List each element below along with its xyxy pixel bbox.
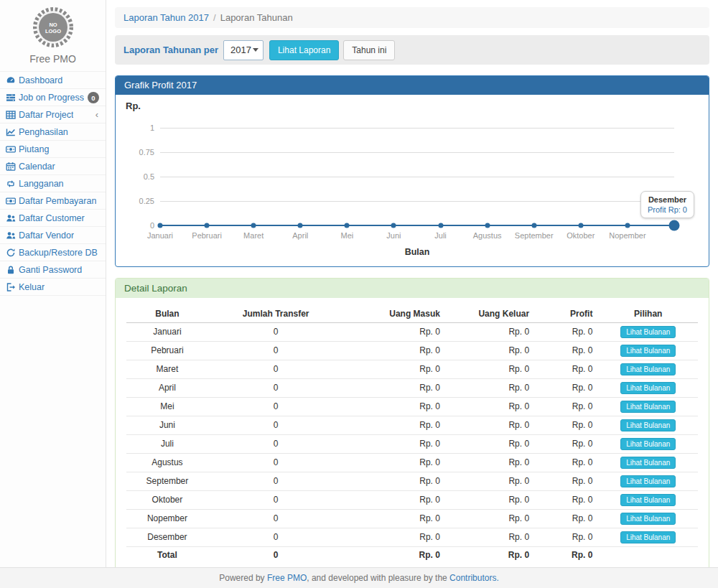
sidebar-item-job-on-progress[interactable]: Job on Progress 0 [0,89,106,106]
data-point-juli[interactable] [438,223,443,228]
data-point-maret[interactable] [251,223,256,228]
lihat-bulanan-button[interactable]: Lihat Bulanan [620,326,676,338]
cell-keluar: Rp. 0 [446,322,535,341]
lihat-bulanan-button[interactable]: Lihat Bulanan [620,531,676,543]
lihat-bulanan-button[interactable]: Lihat Bulanan [620,513,676,525]
table-row: Agustus 0 Rp. 0 Rp. 0 Rp. 0 Lihat Bulana… [126,453,698,472]
data-point-juni[interactable] [391,223,396,228]
tahun-ini-button[interactable]: Tahun ini [343,40,395,60]
svg-text:LOGO: LOGO [45,28,60,34]
footer-text-middle: , and developed with pleasure by the [307,573,447,583]
lock-icon [4,265,17,275]
lihat-bulanan-button[interactable]: Lihat Bulanan [620,401,676,413]
data-point-januari[interactable] [158,223,163,228]
sidebar-item-label: Dashboard [19,75,62,85]
cell-profit: Rp. 0 [535,341,598,360]
data-point-september[interactable] [531,223,536,228]
sidebar-item-label: Keluar [19,282,45,292]
lihat-laporan-button[interactable]: Lihat Laporan [269,40,339,60]
lihat-bulanan-button[interactable]: Lihat Bulanan [620,438,676,450]
total-masuk: Rp. 0 [343,546,445,564]
total-profit: Rp. 0 [535,546,598,564]
lihat-bulanan-button[interactable]: Lihat Bulanan [620,494,676,506]
footer-link-free-pmo[interactable]: Free PMO [267,573,307,583]
cell-keluar: Rp. 0 [446,434,535,453]
lihat-bulanan-button[interactable]: Lihat Bulanan [620,363,676,375]
data-point-mei[interactable] [345,223,350,228]
sidebar-item-daftar-project[interactable]: Daftar Project ‹ [0,106,106,123]
profit-line-chart: Rp. 1 0.75 0.5 0.25 0 [126,101,699,262]
y-tick-label: 0.75 [126,148,154,157]
cell-jumlah: 0 [208,528,344,546]
sidebar-item-ganti-password[interactable]: Ganti Password [0,261,106,279]
profit-series-line [160,225,674,226]
cell-profit: Rp. 0 [535,416,598,434]
data-point-nopember[interactable] [625,223,630,228]
sidebar-item-daftar-vendor[interactable]: Daftar Vendor [0,227,106,244]
sidebar-item-daftar-customer[interactable]: Daftar Customer [0,210,106,227]
data-point-agustus[interactable] [485,223,490,228]
breadcrumb-link-laporan-tahun[interactable]: Laporan Tahun 2017 [123,12,209,23]
gridline [160,201,674,202]
x-tick-label: Mei [340,231,353,240]
cell-profit: Rp. 0 [535,528,598,546]
money-icon [4,196,17,206]
cell-profit: Rp. 0 [535,509,598,528]
data-point-pebruari[interactable] [205,223,210,228]
sidebar-item-penghasilan[interactable]: Penghasilan [0,123,106,141]
users-icon [4,230,17,241]
data-point-desember[interactable] [669,220,680,231]
gridline [160,177,674,177]
sidebar-item-keluar[interactable]: Keluar [0,279,106,296]
sidebar-item-label: Backup/Restore DB [19,248,98,258]
lihat-bulanan-button[interactable]: Lihat Bulanan [620,475,676,487]
dashboard-icon [4,75,17,85]
y-tick-label: 0.25 [126,197,154,205]
cell-masuk: Rp. 0 [343,434,445,453]
data-point-april[interactable] [298,223,303,228]
col-header-bulan: Bulan [126,305,208,322]
no-logo-badge-icon: NO LOGO [32,6,75,49]
chevron-down-icon [253,48,258,52]
retweet-icon [4,179,17,189]
cell-masuk: Rp. 0 [343,453,445,472]
users-icon [4,213,17,223]
y-tick-label: 1 [126,123,154,132]
main-content: Laporan Tahun 2017/Laporan Tahunan Lapor… [106,0,718,571]
total-pilihan-empty [598,546,698,564]
cell-bulan: Januari [126,322,208,341]
breadcrumb-current: Laporan Tahunan [220,12,293,23]
cell-profit: Rp. 0 [535,490,598,509]
x-tick-label: Oktober [567,231,595,240]
col-header-profit: Profit [535,305,598,322]
lihat-bulanan-button[interactable]: Lihat Bulanan [620,419,676,431]
sidebar-item-piutang[interactable]: Piutang [0,141,106,158]
cell-keluar: Rp. 0 [446,360,535,378]
sidebar-item-dashboard[interactable]: Dashboard [0,72,106,89]
cell-bulan: April [126,378,208,397]
line-chart-icon [4,127,17,137]
year-select[interactable]: 2017 [223,40,264,60]
table-row: Mei 0 Rp. 0 Rp. 0 Rp. 0 Lihat Bulanan [126,397,698,416]
x-axis-title: Bulan [160,247,674,257]
lihat-bulanan-button[interactable]: Lihat Bulanan [620,457,676,469]
cell-masuk: Rp. 0 [343,472,445,490]
cell-masuk: Rp. 0 [343,416,445,434]
lihat-bulanan-button[interactable]: Lihat Bulanan [620,345,676,357]
cell-keluar: Rp. 0 [446,341,535,360]
sidebar-item-daftar-pembayaran[interactable]: Daftar Pembayaran [0,192,106,210]
lihat-bulanan-button[interactable]: Lihat Bulanan [620,382,676,394]
footer-link-contributors[interactable]: Contributors. [449,573,499,583]
sidebar-item-langganan[interactable]: Langganan [0,175,106,192]
cell-keluar: Rp. 0 [446,416,535,434]
sidebar-item-calendar[interactable]: Calendar [0,158,106,175]
cell-jumlah: 0 [208,322,344,341]
data-point-oktober[interactable] [578,223,583,228]
tooltip-value: Profit Rp: 0 [648,205,687,214]
sidebar-item-label: Job on Progress [19,93,84,103]
sidebar-item-backup-restore-db[interactable]: Backup/Restore DB [0,244,106,261]
cell-keluar: Rp. 0 [446,490,535,509]
sidebar-item-label: Ganti Password [19,265,82,275]
svg-text:NO: NO [49,22,57,28]
page-footer: Powered by Free PMO, and developed with … [0,567,718,588]
